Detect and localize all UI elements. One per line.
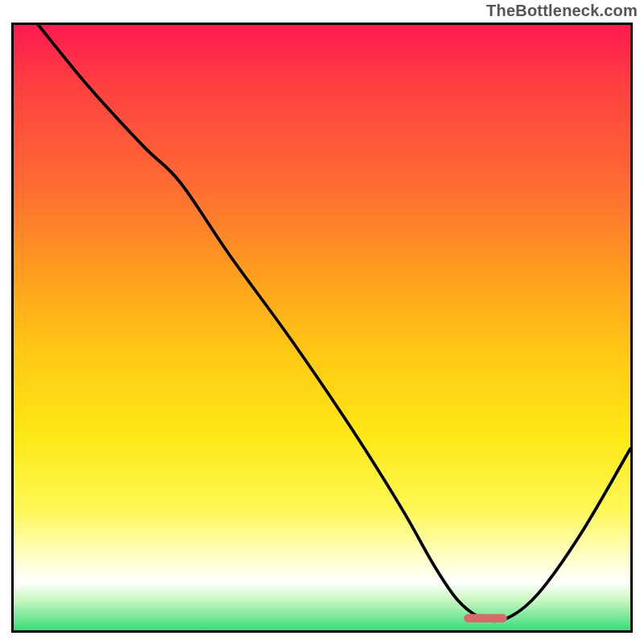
optimal-marker (464, 614, 507, 623)
plot-svg (14, 25, 630, 630)
bottleneck-curve-path (39, 25, 630, 621)
plot-area (11, 23, 633, 633)
watermark-text: TheBottleneck.com (486, 2, 638, 20)
chart-frame: TheBottleneck.com (0, 0, 644, 644)
